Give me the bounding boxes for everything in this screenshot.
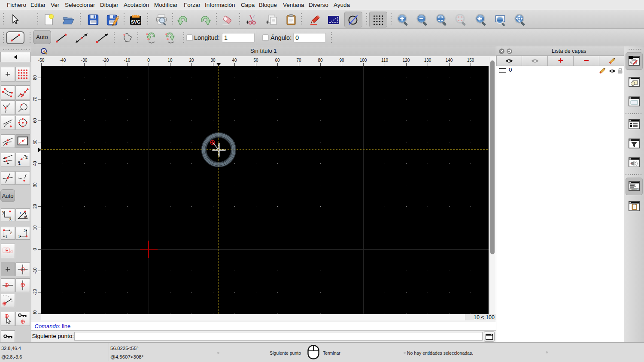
svg-text:140: 140 [445,58,453,63]
svg-text:70: 70 [296,58,301,63]
svg-text:-10: -10 [32,267,37,274]
svg-text:-10: -10 [124,58,130,63]
svg-text:40: 40 [232,58,237,63]
svg-text:-30: -30 [32,310,37,314]
svg-text:2: 2 [25,155,27,160]
svg-text:command: command [631,189,637,190]
svg-text:-20: -20 [102,58,109,63]
svg-text:10: 10 [32,225,37,230]
svg-text:1: 1 [18,234,20,238]
svg-text:120: 120 [402,58,410,63]
svg-text:20: 20 [189,58,194,63]
svg-text:20: 20 [32,204,37,209]
svg-text:0: 0 [147,58,150,63]
svg-text:-40: -40 [59,58,66,63]
svg-text:90: 90 [339,58,344,63]
svg-text:y: y [2,209,5,214]
svg-text:0: 0 [32,248,37,250]
svg-text:40: 40 [32,161,37,166]
svg-text:2: 2 [10,230,12,235]
svg-text:60: 60 [275,58,280,63]
svg-text:60: 60 [32,118,37,123]
svg-text:110: 110 [381,58,388,63]
svg-text:70: 70 [32,97,37,102]
svg-text:x: x [9,216,12,221]
svg-text:50: 50 [32,139,37,145]
svg-text:1: 1 [18,161,21,166]
svg-text:130: 130 [424,58,431,63]
svg-text:r: r [20,210,21,215]
svg-text:10: 10 [167,58,173,63]
svg-text:1: 1 [5,234,7,239]
svg-text:30: 30 [32,182,37,187]
svg-text:50: 50 [253,58,258,63]
svg-text:SVG: SVG [131,19,140,24]
svg-text:30: 30 [210,58,216,63]
svg-text:a: a [24,214,27,219]
svg-text:-20: -20 [32,289,37,295]
svg-text:-30: -30 [81,58,87,63]
svg-text:100: 100 [359,58,367,63]
svg-text:-50: -50 [38,58,44,63]
svg-text:80: 80 [32,75,37,80]
svg-text:80: 80 [318,58,323,63]
svg-text:2: 2 [24,228,26,233]
svg-text:150: 150 [467,58,474,63]
